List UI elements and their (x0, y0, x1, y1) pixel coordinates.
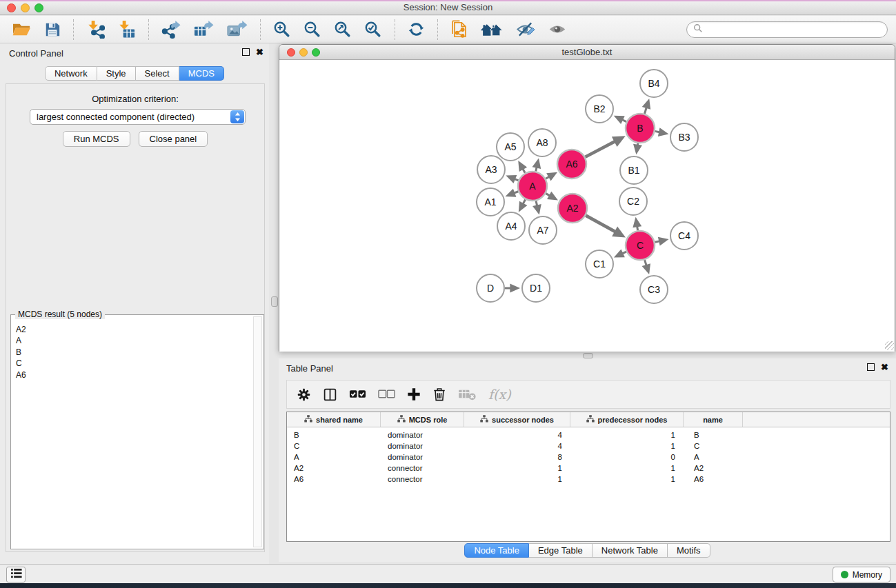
result-item[interactable]: A (16, 335, 252, 346)
search-icon (693, 23, 703, 36)
column-header-name[interactable]: name (684, 412, 743, 427)
float-table-panel-icon[interactable] (867, 363, 875, 371)
export-network-button[interactable] (155, 17, 187, 42)
edge-arrowhead (642, 263, 650, 274)
column-header-MCDS-role[interactable]: MCDS role (381, 412, 464, 427)
float-panel-icon[interactable] (242, 48, 250, 56)
table-row[interactable]: Cdominator41C (287, 440, 890, 452)
cell-predecessor-nodes[interactable]: 1 (570, 442, 684, 450)
criterion-dropdown[interactable]: largest connected component (directed) (30, 109, 246, 125)
save-session-button[interactable] (38, 17, 67, 42)
cell-successor-nodes[interactable]: 1 (464, 475, 570, 483)
cell-predecessor-nodes[interactable]: 1 (570, 431, 684, 439)
edge-A2-C[interactable] (586, 216, 616, 232)
zoom-in-button[interactable] (267, 17, 297, 42)
network-window-titlebar[interactable]: testGlobe.txt (279, 45, 895, 60)
cell-successor-nodes[interactable]: 8 (464, 453, 570, 461)
cell-MCDS-role[interactable]: connector (381, 475, 464, 483)
table-settings-icon[interactable] (297, 387, 311, 402)
export-image-button[interactable] (220, 17, 254, 42)
cell-shared-name[interactable]: C (287, 442, 381, 450)
cell-successor-nodes[interactable]: 4 (464, 431, 570, 439)
optimization-criterion-label: Optimization criterion: (6, 94, 264, 104)
table-panel-title: Table Panel (286, 363, 333, 374)
show-graphics-button[interactable] (541, 17, 573, 42)
network-canvas[interactable]: B4B2BB3A5A8A6A3B1AA1C2A2A4A7C4CC1C3DD1 (279, 60, 895, 352)
cell-shared-name[interactable]: B (287, 431, 381, 439)
edge-arrowhead (642, 99, 650, 110)
tab-network[interactable]: Network (45, 66, 97, 81)
edge-A6-B[interactable] (585, 141, 615, 157)
cell-shared-name[interactable]: A (287, 453, 381, 461)
criterion-value: largest connected component (directed) (37, 112, 195, 122)
node-label-C3: C3 (648, 284, 660, 295)
cell-MCDS-role[interactable]: connector (381, 464, 464, 472)
run-mcds-button[interactable]: Run MCDS (63, 131, 130, 147)
export-table-button[interactable] (187, 17, 220, 42)
delete-columns-icon[interactable] (432, 387, 446, 402)
horizontal-splitter-handle[interactable] (583, 353, 593, 358)
deselect-all-icon[interactable] (378, 389, 395, 399)
result-item[interactable]: C (16, 358, 252, 369)
column-header-shared-name[interactable]: shared name (287, 412, 381, 427)
column-header-predecessor-nodes[interactable]: predecessor nodes (570, 412, 684, 427)
delete-table-icon[interactable] (458, 388, 477, 401)
search-field[interactable] (686, 21, 888, 38)
cell-successor-nodes[interactable]: 1 (464, 464, 570, 472)
network-file-button[interactable] (444, 17, 474, 42)
cell-MCDS-role[interactable]: dominator (381, 431, 464, 439)
table-tab-motifs[interactable]: Motifs (668, 543, 710, 558)
zoom-fit-button[interactable] (328, 17, 358, 42)
cell-name[interactable]: A2 (684, 464, 743, 472)
zoom-selected-button[interactable] (358, 17, 388, 42)
cell-name[interactable]: C (684, 442, 743, 450)
select-all-icon[interactable] (349, 389, 366, 399)
result-scrollbar[interactable] (253, 316, 262, 547)
cell-shared-name[interactable]: A2 (287, 464, 381, 472)
task-history-button[interactable] (6, 567, 26, 582)
window-resize-grip[interactable] (885, 341, 894, 350)
import-network-button[interactable] (80, 17, 111, 42)
new-column-icon[interactable] (407, 387, 421, 401)
node-label-D: D (487, 283, 494, 294)
table-row[interactable]: A2connector11A2 (287, 463, 890, 474)
table-row[interactable]: Bdominator41B (287, 429, 890, 440)
refresh-layout-button[interactable] (401, 17, 431, 42)
close-panel-button[interactable]: Close panel (139, 131, 208, 147)
vertical-splitter-handle[interactable] (271, 296, 278, 307)
cell-name[interactable]: A6 (684, 475, 743, 483)
cell-shared-name[interactable]: A6 (287, 475, 381, 483)
close-panel-icon[interactable]: ✖ (256, 48, 263, 56)
cell-name[interactable]: A (684, 453, 743, 461)
search-input[interactable] (706, 25, 881, 34)
hide-graphics-button[interactable] (509, 17, 541, 42)
cell-name[interactable]: B (684, 431, 743, 439)
node-label-B2: B2 (593, 103, 605, 114)
table-row[interactable]: A6connector11A6 (287, 474, 890, 485)
zoom-out-button[interactable] (297, 17, 328, 42)
import-table-button[interactable] (111, 17, 142, 42)
result-item[interactable]: A6 (16, 369, 252, 381)
cell-successor-nodes[interactable]: 4 (464, 442, 570, 450)
column-header-successor-nodes[interactable]: successor nodes (464, 412, 570, 427)
open-session-button[interactable] (6, 17, 38, 42)
tab-select[interactable]: Select (136, 66, 179, 81)
result-item[interactable]: A2 (16, 324, 252, 335)
table-row[interactable]: Adominator80A (287, 452, 890, 463)
cell-MCDS-role[interactable]: dominator (381, 453, 464, 461)
table-tab-edge-table[interactable]: Edge Table (529, 543, 593, 558)
cell-predecessor-nodes[interactable]: 1 (570, 475, 684, 483)
cell-predecessor-nodes[interactable]: 0 (570, 453, 684, 461)
close-table-panel-icon[interactable]: ✖ (881, 363, 888, 371)
table-tab-network-table[interactable]: Network Table (593, 543, 668, 558)
homes-button[interactable] (474, 17, 509, 42)
tab-style[interactable]: Style (97, 66, 136, 81)
memory-button[interactable]: Memory (833, 567, 890, 582)
result-item[interactable]: B (16, 347, 252, 358)
control-panel: Control Panel ✖ NetworkStyleSelectMCDS O… (0, 43, 269, 564)
column-visibility-icon[interactable] (323, 387, 337, 402)
cell-MCDS-role[interactable]: dominator (381, 442, 464, 450)
tab-mcds[interactable]: MCDS (179, 66, 224, 81)
table-tab-node-table[interactable]: Node Table (464, 543, 529, 558)
cell-predecessor-nodes[interactable]: 1 (570, 464, 684, 472)
